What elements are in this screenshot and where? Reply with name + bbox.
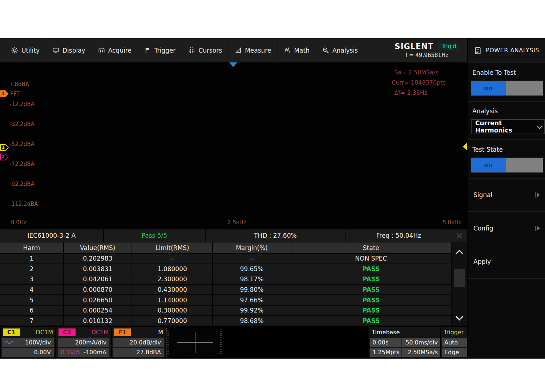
gear-icon <box>11 47 18 54</box>
table-scrollbar[interactable]: × <box>452 229 467 326</box>
table-cell: 98.17% <box>213 274 291 284</box>
menu-item-analysis[interactable]: Analysis <box>316 38 364 62</box>
flag-icon <box>144 47 151 54</box>
panel-item-label: Config <box>473 225 493 232</box>
trigger-type: Edge <box>442 348 469 357</box>
column-header-state: State <box>291 242 452 253</box>
menu-item-display[interactable]: Display <box>46 38 92 62</box>
table-cell: 7 <box>0 316 64 326</box>
cursors-icon <box>188 47 195 54</box>
waveform-plot <box>0 62 467 229</box>
table-cell: 0.026650 <box>64 295 132 305</box>
trigger-label: Trigger <box>444 329 464 336</box>
table-row: 60.0002540.30000099.92%PASS <box>0 305 452 315</box>
toggle-off-half <box>506 158 543 172</box>
trigger-mode: Auto <box>442 338 469 347</box>
table-cell: 0.003831 <box>64 264 132 274</box>
timebase-label: Timebase <box>372 329 400 336</box>
table-cell: PASS <box>291 295 452 305</box>
menu-item-measure[interactable]: Measure <box>229 38 278 62</box>
panel-item-config[interactable]: Config <box>468 212 545 245</box>
c2-badge: C2 <box>58 328 76 336</box>
table-cell: PASS <box>291 285 452 295</box>
test-state-label: Test State <box>472 146 542 153</box>
menu-item-trigger[interactable]: Trigger <box>138 38 182 62</box>
f1-descriptor[interactable]: F1 M 20.0dB/div 27.8dBA <box>112 327 165 358</box>
enable-to-test-toggle[interactable]: on <box>471 81 543 96</box>
f1-mode: M <box>158 329 163 336</box>
preview-left-ticks <box>167 330 169 355</box>
fft-db-label: -92.2dBA <box>9 181 35 187</box>
scrollbar-thumb[interactable] <box>454 269 465 287</box>
logo-block: SIGLENT Trig'd f = 49.96581Hz <box>391 42 467 58</box>
math-icon <box>284 47 291 54</box>
harmonics-table: IEC61000-3-2 A Pass 5/5 THD : 27.60% Fre… <box>0 229 467 326</box>
table-header-row: HarmValue(RMS)Limit(RMS)Margin(%)State <box>0 242 452 253</box>
menu-item-label: Measure <box>245 47 271 54</box>
c2-offset: -100mA <box>84 349 106 356</box>
menu-item-label: Trigger <box>154 47 176 54</box>
menu-item-label: Analysis <box>332 47 358 54</box>
table-cell: 98.68% <box>213 316 291 326</box>
test-state-toggle[interactable]: on <box>471 158 543 173</box>
enable-to-test-label: Enable To Test <box>472 69 542 76</box>
menu-item-label: Acquire <box>108 47 132 54</box>
scroll-up-button[interactable] <box>452 247 467 258</box>
channel2-descriptor[interactable]: C2 DC1M 200mA/div 0.1V/A -100mA <box>56 327 111 358</box>
clipboard-icon <box>474 46 481 54</box>
c1-offset: 0.00V <box>2 348 54 357</box>
menu-item-utility[interactable]: Utility <box>5 38 46 62</box>
panel-item-label: Signal <box>473 191 492 199</box>
panel-menu-items: SignalConfigApply <box>468 179 545 279</box>
trigger-position-marker[interactable] <box>229 62 237 67</box>
column-header-valuerms: Value(RMS) <box>64 242 132 253</box>
c1-marker-number: 1 <box>1 144 5 150</box>
siglent-logo: SIGLENT <box>395 42 433 51</box>
table-cell: 2.300000 <box>132 274 213 284</box>
table-cell: 0.430000 <box>132 285 213 295</box>
table-row: 10.202983----NON SPEC <box>0 253 452 264</box>
table-cell: 6 <box>0 306 64 315</box>
c1-badge: C1 <box>3 328 20 336</box>
pass-summary: Pass 5/5 <box>104 229 206 242</box>
chevron-up-icon <box>455 249 463 257</box>
fft-db-label: 7.8dBA <box>9 81 29 87</box>
expand-arrow-icon <box>535 192 540 197</box>
menu-item-label: Display <box>62 47 85 54</box>
trigger-level-marker[interactable] <box>463 143 467 150</box>
close-icon[interactable]: × <box>452 229 467 242</box>
c2-coupling: DC1M <box>92 329 109 336</box>
f1-marker-number: 1 <box>1 91 5 96</box>
menu-item-cursors[interactable]: Cursors <box>182 38 229 62</box>
fft-db-label: -112.2dBA <box>9 201 38 207</box>
c1-scale: 100V/div <box>25 339 51 346</box>
analysis-dropdown[interactable]: Current Harmonics <box>471 119 545 134</box>
panel-item-signal[interactable]: Signal <box>468 179 545 212</box>
zoom-preview-box[interactable] <box>166 328 223 357</box>
column-header-harm: Harm <box>0 242 64 253</box>
column-header-margin: Margin(%) <box>213 242 291 253</box>
fft-db-label: -72.2dBA <box>9 161 35 167</box>
table-cell: PASS <box>291 316 452 326</box>
status-bar: C1 DC1M 100V/div 0.00V C2 DC1M 200mA/div… <box>0 326 545 359</box>
channel1-descriptor[interactable]: C1 DC1M 100V/div 0.00V <box>1 327 55 358</box>
measure-icon <box>235 47 242 54</box>
acquire-icon <box>98 47 105 54</box>
expand-arrow-icon <box>535 226 540 231</box>
menu-item-math[interactable]: Math <box>278 38 316 62</box>
panel-header: POWER ANALYSIS <box>468 38 545 63</box>
menu-bar: UtilityDisplayAcquireTrigger CursorsMeas… <box>0 38 467 63</box>
c1-coupling: DC1M <box>36 329 53 336</box>
scroll-down-button[interactable] <box>452 312 467 323</box>
panel-item-apply[interactable]: Apply <box>468 245 545 279</box>
menu-item-acquire[interactable]: Acquire <box>92 38 138 62</box>
timebase-descriptor[interactable]: Timebase 0.00s 50.0ms/div 1.25Mpts 2.50M… <box>369 327 440 358</box>
table-cell: PASS <box>291 274 452 284</box>
table-cell: 0.010132 <box>64 316 132 326</box>
table-cell: 99.92% <box>213 306 291 315</box>
column-header-limitrms: Limit(RMS) <box>132 242 213 253</box>
table-cell: 1.140000 <box>132 295 213 305</box>
toggle-on-state: on <box>471 158 506 172</box>
waveform-display: Sa= 2.50MSa/s Curr= 1048576pts Δf= 2.38H… <box>0 62 467 229</box>
table-row: 50.0266501.14000097.66%PASS <box>0 294 452 305</box>
